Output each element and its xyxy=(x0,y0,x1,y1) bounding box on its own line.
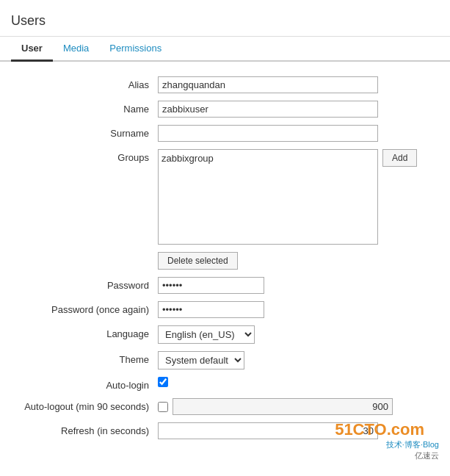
theme-label: Theme xyxy=(22,351,158,365)
user-form: Alias Name Surname Groups xyxy=(0,73,450,454)
autologout-control xyxy=(158,398,428,415)
name-control xyxy=(158,101,428,118)
name-input[interactable] xyxy=(158,101,378,118)
watermark-main: 51CTO.com xyxy=(335,420,424,439)
watermark-sub: 技术·博客·Blog xyxy=(386,439,439,450)
language-select[interactable]: English (en_US) Chinese (zh_CN) xyxy=(158,325,255,344)
language-label: Language xyxy=(22,325,158,339)
alias-input[interactable] xyxy=(158,76,378,93)
language-control: English (en_US) Chinese (zh_CN) xyxy=(158,325,428,344)
autologout-row: Auto-logout (min 90 seconds) xyxy=(22,398,428,415)
password-again-label: Password (once again) xyxy=(22,301,158,315)
theme-select[interactable]: System default Blue Dark xyxy=(158,351,244,369)
groups-add-row: zabbixgroup Add xyxy=(158,149,428,245)
password-again-input[interactable] xyxy=(158,301,264,318)
surname-label: Surname xyxy=(22,125,158,139)
password-input[interactable] xyxy=(158,277,264,294)
groups-row: Groups zabbixgroup Add xyxy=(22,149,428,245)
password-again-row: Password (once again) xyxy=(22,301,428,318)
autologin-checkbox[interactable] xyxy=(158,377,168,387)
password-control xyxy=(158,277,428,294)
autologout-label: Auto-logout (min 90 seconds) xyxy=(22,398,158,412)
delete-selected-button[interactable]: Delete selected xyxy=(158,252,238,270)
password-again-control xyxy=(158,301,428,318)
alias-label: Alias xyxy=(22,76,158,90)
groups-item[interactable]: zabbixgroup xyxy=(162,153,374,164)
autologout-checkbox[interactable] xyxy=(158,402,168,412)
surname-input[interactable] xyxy=(158,125,378,142)
refresh-label: Refresh (in seconds) xyxy=(22,422,158,436)
name-label: Name xyxy=(22,101,158,115)
delete-btn-row: Delete selected xyxy=(158,252,428,270)
surname-control xyxy=(158,125,428,142)
name-row: Name xyxy=(22,101,428,118)
page-title: Users xyxy=(0,7,450,37)
alias-control xyxy=(158,76,428,93)
autologin-row: Auto-login xyxy=(22,377,428,391)
autologin-label: Auto-login xyxy=(22,377,158,391)
autologin-control xyxy=(158,377,428,387)
groups-listbox[interactable]: zabbixgroup xyxy=(158,149,378,245)
add-group-button[interactable]: Add xyxy=(382,149,417,167)
tab-permissions[interactable]: Permissions xyxy=(99,37,172,62)
watermark-blog: 亿速云 xyxy=(386,450,439,461)
password-row: Password xyxy=(22,277,428,294)
theme-row: Theme System default Blue Dark xyxy=(22,351,428,369)
alias-row: Alias xyxy=(22,76,428,93)
language-row: Language English (en_US) Chinese (zh_CN) xyxy=(22,325,428,344)
password-label: Password xyxy=(22,277,158,291)
tab-media[interactable]: Media xyxy=(53,37,99,62)
autologout-input[interactable] xyxy=(173,398,393,415)
tab-bar: User Media Permissions xyxy=(0,37,450,62)
groups-control: zabbixgroup Add xyxy=(158,149,428,245)
tab-user[interactable]: User xyxy=(11,37,53,62)
groups-label: Groups xyxy=(22,149,158,163)
surname-row: Surname xyxy=(22,125,428,142)
theme-control: System default Blue Dark xyxy=(158,351,428,369)
